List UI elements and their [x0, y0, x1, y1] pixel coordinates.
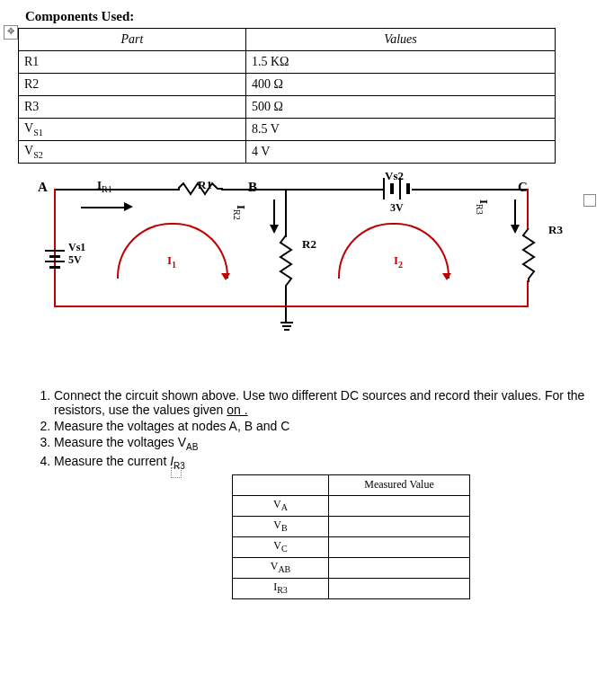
r2-resistor-icon	[279, 235, 293, 289]
cell-value: 1.5 KΩ	[246, 51, 556, 74]
cell-value: 500 Ω	[246, 96, 556, 119]
loop-i1-arrow-icon	[221, 273, 230, 280]
table-header-row: Part Values	[19, 29, 556, 51]
node-b-label: B	[248, 180, 257, 195]
vs2-value-label: 3V	[390, 201, 404, 215]
wire-right-lower	[527, 280, 529, 307]
selection-handle-icon	[583, 194, 596, 207]
row-value[interactable]	[329, 536, 470, 557]
measured-header: Measured Value	[329, 474, 470, 495]
table-row: VAB	[233, 557, 470, 578]
instructions-list: Connect the circuit shown above. Use two…	[36, 388, 596, 471]
instruction-item: Measure the voltages VAB	[54, 435, 596, 452]
loop-i2-icon	[338, 223, 449, 279]
cell-part: R1	[19, 51, 246, 74]
row-label: IR3	[233, 578, 329, 598]
section-title: Components Used:	[25, 9, 596, 24]
wire-top-right1	[275, 189, 383, 191]
r2-label: R2	[302, 237, 316, 252]
table-row: VB	[233, 516, 470, 536]
c-arrow-icon	[511, 225, 520, 234]
wire-bottom-left	[54, 306, 286, 307]
i2-label: I2	[394, 253, 403, 270]
ir1-arrow-icon	[124, 202, 133, 211]
c-arrow-line	[514, 199, 516, 226]
instruction-item: Connect the circuit shown above. Use two…	[54, 388, 596, 417]
ir3-label: IR3	[475, 199, 491, 215]
table-row: VS2 4 V	[19, 141, 556, 164]
ground-icon	[280, 322, 293, 334]
wire-b-upper	[285, 189, 287, 237]
table-row: R1 1.5 KΩ	[19, 51, 556, 74]
components-table: Part Values R1 1.5 KΩ R2 400 Ω R3 500 Ω …	[18, 28, 556, 164]
instruction-item: Measure the voltages at nodes A, B and C	[54, 419, 596, 433]
loop-i1-icon	[117, 223, 228, 279]
row-value[interactable]	[329, 578, 470, 598]
ir1-label: IR1	[97, 178, 112, 194]
table-row: R3 500 Ω	[19, 96, 556, 119]
row-label: VC	[233, 536, 329, 557]
header-values: Values	[246, 29, 556, 51]
cell-value: 4 V	[246, 141, 556, 164]
ir1-arrow-line	[81, 207, 126, 208]
empty-header	[233, 474, 329, 495]
instruction-item: Measure the current IR3	[54, 454, 596, 471]
table-row: R2 400 Ω	[19, 74, 556, 96]
wire-top-left	[54, 189, 180, 191]
node-a-label: A	[38, 180, 48, 195]
wire-bottom-right	[286, 306, 529, 307]
text-cursor-icon	[171, 467, 182, 478]
b-arrow-line	[273, 199, 275, 226]
row-label: VB	[233, 516, 329, 536]
measured-table: Measured Value VA VB VC VAB IR3	[232, 474, 470, 599]
circuit-diagram: A B C IR1 R1 IR2 Vs2 3V IR3 R3 Vs1 5V	[27, 173, 584, 334]
row-value[interactable]	[329, 516, 470, 536]
header-part: Part	[19, 29, 246, 51]
wire-top-mid	[221, 189, 275, 191]
r3-resistor-icon	[521, 228, 536, 282]
row-value[interactable]	[329, 495, 470, 516]
cell-part: R2	[19, 74, 246, 96]
row-value[interactable]	[329, 557, 470, 578]
table-row: VS1 8.5 V	[19, 119, 556, 141]
table-row: VA	[233, 495, 470, 516]
cell-part: VS2	[19, 141, 246, 164]
b-arrow-icon	[270, 225, 279, 234]
wire-left-vert	[54, 189, 56, 306]
i1-label: I1	[167, 253, 176, 270]
cell-part: VS1	[19, 119, 246, 141]
vs1-label: Vs1	[68, 241, 85, 254]
cell-value: 8.5 V	[246, 119, 556, 141]
table-header-row: Measured Value	[233, 474, 470, 495]
move-anchor-icon: ✥	[4, 25, 18, 40]
row-label: VA	[233, 495, 329, 516]
cell-value: 400 Ω	[246, 74, 556, 96]
ir2-label: IR2	[232, 205, 248, 220]
row-label: VAB	[233, 557, 329, 578]
link-on[interactable]: on .	[227, 403, 247, 417]
vs1-value-label: 5V	[68, 253, 82, 267]
r3-label: R3	[548, 223, 563, 237]
wire-top-right2	[412, 189, 529, 191]
r1-resistor-icon	[178, 182, 223, 196]
cell-part: R3	[19, 96, 246, 119]
wire-right-upper	[527, 189, 529, 230]
table-row: IR3	[233, 578, 470, 598]
table-row: VC	[233, 536, 470, 557]
loop-i2-arrow-icon	[442, 273, 451, 280]
